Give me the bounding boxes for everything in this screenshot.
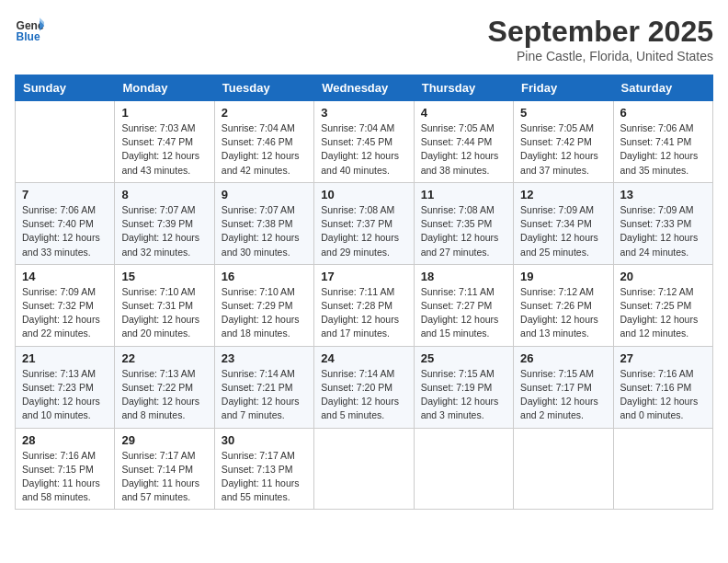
calendar-cell: 28Sunrise: 7:16 AM Sunset: 7:15 PM Dayli… bbox=[16, 428, 115, 510]
day-number: 14 bbox=[22, 270, 108, 283]
day-info: Sunrise: 7:16 AM Sunset: 7:15 PM Dayligh… bbox=[22, 449, 108, 505]
weekday-header: Sunday bbox=[16, 75, 115, 101]
day-info: Sunrise: 7:09 AM Sunset: 7:33 PM Dayligh… bbox=[620, 203, 706, 259]
calendar-cell: 9Sunrise: 7:07 AM Sunset: 7:38 PM Daylig… bbox=[214, 182, 313, 264]
calendar-cell bbox=[16, 101, 115, 183]
weekday-header: Thursday bbox=[414, 75, 513, 101]
calendar-cell bbox=[514, 428, 613, 510]
calendar-week-row: 7Sunrise: 7:06 AM Sunset: 7:40 PM Daylig… bbox=[16, 182, 713, 264]
calendar-week-row: 14Sunrise: 7:09 AM Sunset: 7:32 PM Dayli… bbox=[16, 264, 713, 346]
day-number: 28 bbox=[22, 433, 108, 447]
calendar-cell bbox=[314, 428, 414, 510]
calendar-cell: 27Sunrise: 7:16 AM Sunset: 7:16 PM Dayli… bbox=[613, 346, 712, 428]
calendar-cell: 17Sunrise: 7:11 AM Sunset: 7:28 PM Dayli… bbox=[314, 264, 414, 346]
calendar-week-row: 21Sunrise: 7:13 AM Sunset: 7:23 PM Dayli… bbox=[16, 346, 713, 428]
day-number: 7 bbox=[22, 188, 108, 201]
day-number: 17 bbox=[321, 270, 406, 283]
day-number: 25 bbox=[421, 351, 506, 365]
calendar-cell: 16Sunrise: 7:10 AM Sunset: 7:29 PM Dayli… bbox=[214, 264, 313, 346]
day-info: Sunrise: 7:04 AM Sunset: 7:45 PM Dayligh… bbox=[321, 121, 406, 178]
calendar-cell: 14Sunrise: 7:09 AM Sunset: 7:32 PM Dayli… bbox=[16, 264, 115, 346]
calendar-cell: 18Sunrise: 7:11 AM Sunset: 7:27 PM Dayli… bbox=[414, 264, 513, 346]
calendar-cell: 8Sunrise: 7:07 AM Sunset: 7:39 PM Daylig… bbox=[115, 182, 214, 264]
calendar-cell: 24Sunrise: 7:14 AM Sunset: 7:20 PM Dayli… bbox=[314, 346, 414, 428]
day-info: Sunrise: 7:13 AM Sunset: 7:22 PM Dayligh… bbox=[121, 367, 207, 423]
calendar-cell: 23Sunrise: 7:14 AM Sunset: 7:21 PM Dayli… bbox=[214, 346, 313, 428]
day-info: Sunrise: 7:15 AM Sunset: 7:19 PM Dayligh… bbox=[421, 367, 506, 423]
day-info: Sunrise: 7:05 AM Sunset: 7:44 PM Dayligh… bbox=[421, 121, 506, 178]
weekday-header: Tuesday bbox=[214, 75, 313, 101]
day-number: 30 bbox=[222, 433, 307, 447]
calendar-cell: 12Sunrise: 7:09 AM Sunset: 7:34 PM Dayli… bbox=[514, 182, 613, 264]
day-number: 23 bbox=[222, 351, 307, 365]
day-info: Sunrise: 7:04 AM Sunset: 7:46 PM Dayligh… bbox=[222, 121, 307, 178]
weekday-header: Monday bbox=[115, 75, 214, 101]
day-info: Sunrise: 7:08 AM Sunset: 7:37 PM Dayligh… bbox=[321, 203, 406, 259]
day-number: 10 bbox=[321, 188, 406, 201]
day-info: Sunrise: 7:07 AM Sunset: 7:39 PM Dayligh… bbox=[121, 203, 207, 259]
calendar-cell: 1Sunrise: 7:03 AM Sunset: 7:47 PM Daylig… bbox=[115, 101, 214, 183]
day-number: 8 bbox=[121, 188, 207, 201]
day-number: 27 bbox=[620, 351, 706, 365]
calendar-week-row: 1Sunrise: 7:03 AM Sunset: 7:47 PM Daylig… bbox=[16, 101, 713, 183]
day-info: Sunrise: 7:08 AM Sunset: 7:35 PM Dayligh… bbox=[421, 203, 506, 259]
calendar-cell: 4Sunrise: 7:05 AM Sunset: 7:44 PM Daylig… bbox=[414, 101, 513, 183]
day-number: 1 bbox=[121, 106, 207, 120]
day-info: Sunrise: 7:06 AM Sunset: 7:41 PM Dayligh… bbox=[620, 121, 706, 178]
day-number: 24 bbox=[321, 351, 406, 365]
day-number: 9 bbox=[222, 188, 307, 201]
day-number: 12 bbox=[520, 188, 606, 201]
weekday-header: Friday bbox=[514, 75, 613, 101]
day-info: Sunrise: 7:13 AM Sunset: 7:23 PM Dayligh… bbox=[22, 367, 108, 423]
logo-icon: General Blue bbox=[15, 15, 44, 44]
day-info: Sunrise: 7:12 AM Sunset: 7:25 PM Dayligh… bbox=[620, 285, 706, 341]
day-number: 18 bbox=[421, 270, 506, 283]
day-number: 6 bbox=[620, 106, 706, 120]
weekday-header: Wednesday bbox=[314, 75, 414, 101]
day-info: Sunrise: 7:16 AM Sunset: 7:16 PM Dayligh… bbox=[620, 367, 706, 423]
day-number: 22 bbox=[121, 351, 207, 365]
calendar-cell: 21Sunrise: 7:13 AM Sunset: 7:23 PM Dayli… bbox=[16, 346, 115, 428]
month-title: September 2025 bbox=[488, 15, 713, 49]
day-info: Sunrise: 7:14 AM Sunset: 7:21 PM Dayligh… bbox=[222, 367, 307, 423]
day-number: 13 bbox=[620, 188, 706, 201]
day-number: 3 bbox=[321, 106, 406, 120]
day-info: Sunrise: 7:10 AM Sunset: 7:31 PM Dayligh… bbox=[121, 285, 207, 341]
svg-text:Blue: Blue bbox=[17, 30, 40, 43]
calendar-week-row: 28Sunrise: 7:16 AM Sunset: 7:15 PM Dayli… bbox=[16, 428, 713, 510]
calendar-cell: 13Sunrise: 7:09 AM Sunset: 7:33 PM Dayli… bbox=[613, 182, 712, 264]
day-info: Sunrise: 7:05 AM Sunset: 7:42 PM Dayligh… bbox=[520, 121, 606, 178]
day-info: Sunrise: 7:14 AM Sunset: 7:20 PM Dayligh… bbox=[321, 367, 406, 423]
logo: General Blue bbox=[15, 15, 44, 44]
calendar-cell: 20Sunrise: 7:12 AM Sunset: 7:25 PM Dayli… bbox=[613, 264, 712, 346]
calendar-table: SundayMondayTuesdayWednesdayThursdayFrid… bbox=[15, 75, 713, 510]
day-number: 29 bbox=[121, 433, 207, 447]
day-info: Sunrise: 7:12 AM Sunset: 7:26 PM Dayligh… bbox=[520, 285, 606, 341]
day-info: Sunrise: 7:17 AM Sunset: 7:14 PM Dayligh… bbox=[121, 449, 207, 505]
calendar-cell: 29Sunrise: 7:17 AM Sunset: 7:14 PM Dayli… bbox=[115, 428, 214, 510]
day-number: 2 bbox=[222, 106, 307, 120]
day-info: Sunrise: 7:09 AM Sunset: 7:32 PM Dayligh… bbox=[22, 285, 108, 341]
day-info: Sunrise: 7:10 AM Sunset: 7:29 PM Dayligh… bbox=[222, 285, 307, 341]
calendar-cell: 11Sunrise: 7:08 AM Sunset: 7:35 PM Dayli… bbox=[414, 182, 513, 264]
calendar-cell: 3Sunrise: 7:04 AM Sunset: 7:45 PM Daylig… bbox=[314, 101, 414, 183]
day-number: 15 bbox=[121, 270, 207, 283]
day-info: Sunrise: 7:09 AM Sunset: 7:34 PM Dayligh… bbox=[520, 203, 606, 259]
day-number: 11 bbox=[421, 188, 506, 201]
calendar-cell: 7Sunrise: 7:06 AM Sunset: 7:40 PM Daylig… bbox=[16, 182, 115, 264]
calendar-cell: 6Sunrise: 7:06 AM Sunset: 7:41 PM Daylig… bbox=[613, 101, 712, 183]
day-info: Sunrise: 7:11 AM Sunset: 7:28 PM Dayligh… bbox=[321, 285, 406, 341]
day-number: 26 bbox=[520, 351, 606, 365]
day-number: 4 bbox=[421, 106, 506, 120]
page-header: General Blue September 2025 Pine Castle,… bbox=[15, 15, 713, 63]
calendar-cell: 5Sunrise: 7:05 AM Sunset: 7:42 PM Daylig… bbox=[514, 101, 613, 183]
day-info: Sunrise: 7:17 AM Sunset: 7:13 PM Dayligh… bbox=[222, 449, 307, 505]
day-number: 16 bbox=[222, 270, 307, 283]
calendar-cell: 26Sunrise: 7:15 AM Sunset: 7:17 PM Dayli… bbox=[514, 346, 613, 428]
day-info: Sunrise: 7:11 AM Sunset: 7:27 PM Dayligh… bbox=[421, 285, 506, 341]
title-block: September 2025 Pine Castle, Florida, Uni… bbox=[488, 15, 713, 63]
calendar-cell: 15Sunrise: 7:10 AM Sunset: 7:31 PM Dayli… bbox=[115, 264, 214, 346]
day-info: Sunrise: 7:03 AM Sunset: 7:47 PM Dayligh… bbox=[121, 121, 207, 178]
day-info: Sunrise: 7:07 AM Sunset: 7:38 PM Dayligh… bbox=[222, 203, 307, 259]
header-row: SundayMondayTuesdayWednesdayThursdayFrid… bbox=[16, 75, 713, 101]
